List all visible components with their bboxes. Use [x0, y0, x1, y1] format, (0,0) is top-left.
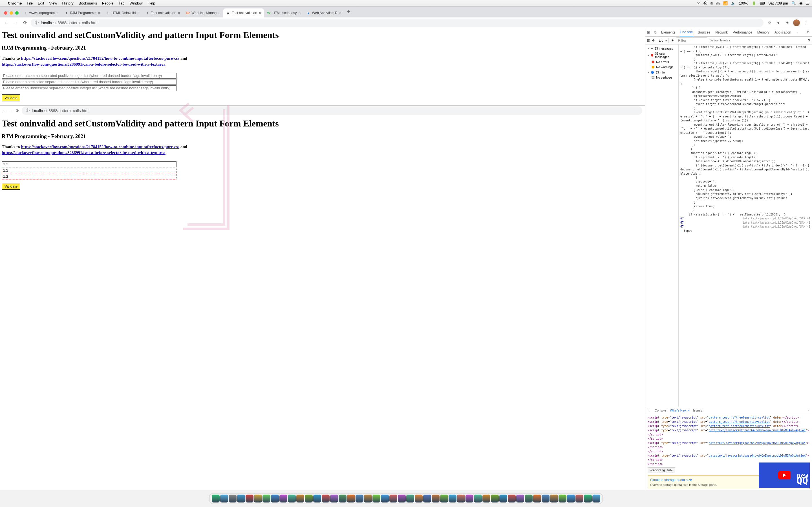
settings-icon[interactable]: ⚙: [807, 31, 810, 34]
youtube-preview[interactable]: new QQ: [759, 462, 810, 488]
rendering-tab-chip[interactable]: Rendering tab.: [648, 467, 675, 473]
volume-icon[interactable]: 🔈: [731, 1, 735, 5]
dock-app[interactable]: [237, 495, 245, 503]
dock-app[interactable]: [288, 495, 296, 503]
tab-6-active[interactable]: ◉Test oninvalid an×: [223, 8, 264, 17]
dock-app[interactable]: [508, 495, 516, 503]
dock-app[interactable]: [246, 495, 253, 503]
spotlight-icon[interactable]: 🔍: [792, 1, 796, 5]
notifications-icon[interactable]: ☰: [806, 1, 809, 5]
tab-1[interactable]: ✦www.rjmprogram×: [21, 8, 61, 17]
close-tab-icon[interactable]: ×: [178, 11, 180, 15]
extension-icon[interactable]: ▼: [775, 19, 781, 26]
device-toggle-icon[interactable]: ⧉: [654, 31, 657, 34]
dock-app[interactable]: [559, 495, 566, 503]
dock-app[interactable]: [330, 495, 338, 503]
site-info-icon[interactable]: ⓘ: [26, 108, 30, 113]
tab-5[interactable]: cPWebHost Manag×: [183, 8, 223, 17]
dock-app[interactable]: [491, 495, 499, 503]
dock-app[interactable]: [542, 495, 550, 503]
sidebar-verbose[interactable]: No verbose: [645, 75, 678, 80]
dock-app[interactable]: [592, 495, 600, 503]
log-levels[interactable]: Default levels ▾: [709, 39, 730, 42]
dock-app[interactable]: [372, 495, 380, 503]
close-tab-icon[interactable]: ×: [688, 409, 689, 412]
clear-console-icon[interactable]: ⊘: [652, 39, 655, 42]
tab-4[interactable]: ✦Test oninvalid an×: [143, 8, 183, 17]
dt-tab-network[interactable]: Network: [715, 29, 728, 36]
status-icon[interactable]: ✕: [697, 1, 700, 5]
dt-tab-more[interactable]: »: [796, 29, 799, 36]
dock-app[interactable]: [525, 495, 532, 503]
tab-3[interactable]: ✦HTML Oninvalid×: [103, 8, 143, 17]
sidebar-errors[interactable]: No errors: [645, 59, 678, 64]
menu-history[interactable]: History: [62, 1, 73, 5]
dock-app[interactable]: [415, 495, 423, 503]
dock-app[interactable]: [364, 495, 372, 503]
dock-app[interactable]: [313, 495, 321, 503]
link-2[interactable]: https://stackoverflow.com/questions/3286…: [2, 62, 165, 66]
dt-tab-console[interactable]: Console: [680, 29, 693, 36]
profile-avatar[interactable]: [793, 19, 800, 26]
dock-app[interactable]: [550, 495, 558, 503]
inner-address-bar[interactable]: ⓘ localhost:8888/pattern_calls.html: [22, 107, 642, 115]
close-tab-icon[interactable]: ×: [339, 11, 342, 15]
status-icon[interactable]: Ⓜ: [703, 1, 707, 6]
back-button[interactable]: ←: [3, 108, 6, 113]
close-tab-icon[interactable]: ×: [218, 11, 220, 15]
dock-app[interactable]: [406, 495, 414, 503]
link-1b[interactable]: https://stackoverflow.com/questions/2178…: [21, 145, 179, 149]
bookmark-icon[interactable]: ☆: [766, 19, 772, 26]
dock-app[interactable]: [262, 495, 270, 503]
console-prompt[interactable]: topwo: [680, 229, 810, 233]
close-tab-icon[interactable]: ×: [56, 11, 59, 15]
filter-input[interactable]: [676, 38, 707, 43]
sidebar-warnings[interactable]: No warnings: [645, 64, 678, 69]
dock-app[interactable]: [465, 495, 473, 503]
context-select[interactable]: top: [657, 38, 668, 43]
battery-icon[interactable]: 🔋: [752, 1, 756, 5]
drawer-tab-whatsnew[interactable]: What's New ×: [670, 409, 689, 412]
close-drawer-icon[interactable]: ×: [808, 409, 810, 412]
dt-tab-memory[interactable]: Memory: [757, 29, 770, 36]
dock-app[interactable]: [220, 495, 228, 503]
tab-8[interactable]: ●Web Analytics: R×: [303, 8, 344, 17]
dock-app[interactable]: [423, 495, 431, 503]
siri-icon[interactable]: ◉: [799, 1, 802, 5]
extensions-icon[interactable]: ✦: [784, 19, 790, 26]
drawer-tab-issues[interactable]: Issues: [693, 409, 702, 412]
dock-app[interactable]: [457, 495, 465, 503]
menu-help[interactable]: Help: [148, 1, 155, 5]
dock-app[interactable]: [322, 495, 329, 503]
back-button[interactable]: ←: [3, 19, 10, 26]
dock-app[interactable]: [347, 495, 355, 503]
menu-window[interactable]: Window: [130, 1, 142, 5]
dock-app[interactable]: [254, 495, 262, 503]
menu-people[interactable]: People: [102, 1, 113, 5]
reload-button[interactable]: ⟳: [22, 19, 28, 26]
dock-app[interactable]: [356, 495, 363, 503]
link-2b[interactable]: https://stackoverflow.com/questions/3286…: [2, 151, 165, 155]
close-tab-icon[interactable]: ×: [259, 11, 261, 15]
menu-edit[interactable]: Edit: [38, 1, 44, 5]
forward-button[interactable]: →: [12, 19, 19, 26]
dock-app[interactable]: [339, 495, 347, 503]
dock-app[interactable]: [280, 495, 287, 503]
close-tab-icon[interactable]: ×: [98, 11, 100, 15]
address-bar[interactable]: ⓘ localhost:8888/pattern_calls.html: [31, 18, 763, 27]
inspect-icon[interactable]: ▣: [647, 31, 650, 34]
dock-app[interactable]: [271, 495, 279, 503]
dock-app[interactable]: [432, 495, 440, 503]
validate-button[interactable]: Validate: [2, 94, 20, 101]
close-window-button[interactable]: [4, 11, 7, 15]
bluetooth-icon[interactable]: ⁂: [716, 1, 720, 5]
wifi-icon[interactable]: 📶: [723, 1, 728, 5]
csv-input[interactable]: [2, 73, 176, 78]
drawer-tab-console[interactable]: Console: [655, 409, 666, 412]
console-settings-icon[interactable]: ⚙: [808, 39, 810, 42]
input-icon[interactable]: ⌨: [760, 1, 765, 5]
menu-tab[interactable]: Tab: [118, 1, 124, 5]
close-tab-icon[interactable]: ×: [137, 11, 140, 15]
dock-app[interactable]: [381, 495, 389, 503]
drawer-menu-icon[interactable]: ⋮: [648, 409, 651, 412]
